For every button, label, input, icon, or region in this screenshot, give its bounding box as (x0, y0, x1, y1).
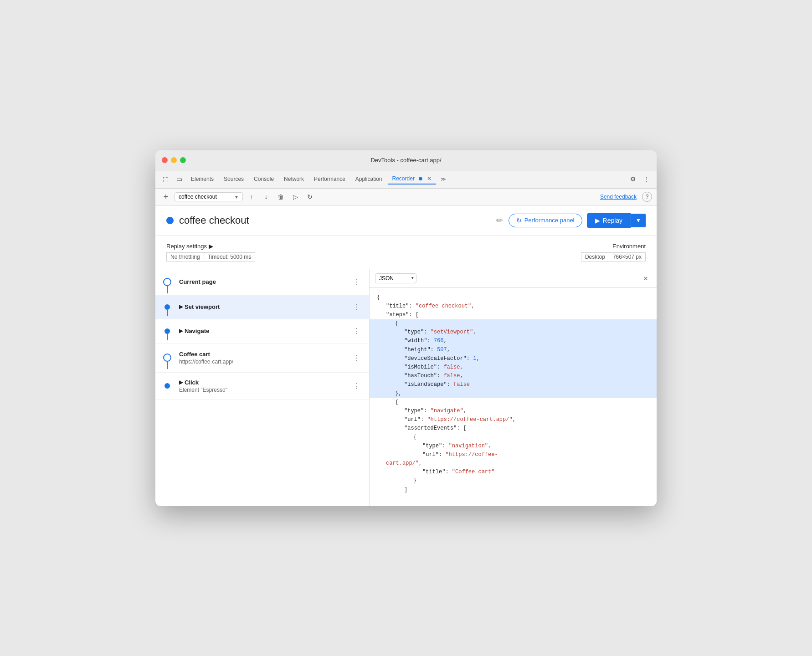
recording-status-dot (166, 217, 174, 224)
step-node-current-page (163, 278, 171, 286)
tab-application[interactable]: Application (351, 174, 387, 184)
chevron-down-icon: ▼ (234, 195, 239, 200)
tab-elements[interactable]: Elements (186, 174, 218, 184)
step-content-click: ▶ Click Element "Espresso" (179, 379, 351, 393)
delete-icon[interactable]: 🗑 (275, 191, 287, 203)
performance-icon: ↻ (516, 217, 522, 224)
step-title-current-page: Current page (179, 278, 351, 285)
settings-details: No throttling Timeout: 5000 ms (166, 252, 581, 261)
header-action-buttons: ↻ Performance panel ▶ Replay ▼ (509, 213, 646, 228)
resolution: 766×507 px (609, 252, 646, 261)
more-options-icon[interactable]: ⋮ (640, 173, 653, 185)
step-content-coffee-cart: Coffee cart https://coffee-cart.app/ (179, 351, 351, 365)
json-line-dsf: "deviceScaleFactor": 1, (377, 354, 649, 363)
step-content-set-viewport: ▶ Set viewport (179, 303, 351, 310)
replay-button[interactable]: ▶ Replay (587, 213, 631, 228)
replay-settings-title[interactable]: Replay settings ▶ (166, 243, 581, 250)
json-line-hastouch: "hasTouch": false, (377, 372, 649, 380)
send-feedback-link[interactable]: Send feedback (600, 194, 637, 200)
replay-settings: Replay settings ▶ No throttling Timeout:… (166, 243, 581, 261)
step-node-set-viewport (164, 304, 170, 310)
step-subtitle-coffee-cart: https://coffee-cart.app/ (179, 359, 351, 365)
recorder-icon: ⏺ (418, 175, 423, 182)
step-click-espresso[interactable]: ▶ Click Element "Espresso" ⋮ (155, 373, 369, 400)
step-navigate[interactable]: ▶ Navigate ⋮ (155, 319, 369, 343)
json-line-asserted: "assertedEvents": [ (377, 424, 649, 433)
format-selector-wrapper: JSON JavaScript (375, 273, 416, 283)
step-title-click: ▶ Click (179, 379, 351, 386)
export-icon[interactable]: ↑ (246, 191, 257, 203)
edit-icon[interactable]: ✏ (496, 215, 503, 226)
tab-recorder[interactable]: Recorder ⏺ ✕ (388, 174, 436, 184)
json-line-ev-url2: cart.app/", (377, 459, 649, 468)
more-tabs-icon[interactable]: ≫ (437, 173, 450, 185)
close-button[interactable] (162, 157, 168, 163)
tab-sources[interactable]: Sources (219, 174, 248, 184)
json-line-open-obj1: { (377, 319, 649, 328)
json-panel-header: JSON JavaScript ✕ (370, 269, 657, 288)
device-icon[interactable]: ▭ (173, 173, 185, 185)
expand-step-icon: ▶ (179, 304, 183, 310)
environment-title: Environment (581, 243, 646, 250)
format-selector[interactable]: JSON JavaScript (375, 273, 416, 283)
step-connector (167, 286, 168, 293)
json-line-height: "height": 507, (377, 346, 649, 354)
json-line-open-obj2: { (377, 398, 649, 407)
step-menu-navigate[interactable]: ⋮ (351, 326, 362, 337)
json-line-type-nav: "type": "navigate", (377, 407, 649, 415)
step-menu-set-viewport[interactable]: ⋮ (351, 302, 362, 313)
json-line-steps-key: "steps": [ (377, 311, 649, 319)
steps-panel: Current page ⋮ ▶ Set viewport ⋮ (155, 269, 370, 506)
json-line-width: "width": 766, (377, 337, 649, 345)
step-menu-click[interactable]: ⋮ (351, 380, 362, 391)
step-subtitle-click: Element "Espresso" (179, 387, 351, 393)
json-line-ev-title: "title": "Coffee cart" (377, 468, 649, 477)
json-line-ismobile: "isMobile": false, (377, 363, 649, 372)
tab-network[interactable]: Network (279, 174, 308, 184)
json-panel-close-button[interactable]: ✕ (640, 273, 651, 284)
settings-icon[interactable]: ⚙ (627, 173, 639, 185)
step-content-navigate: ▶ Navigate (179, 328, 351, 334)
json-line-close-arr: ] (377, 486, 649, 494)
device-type: Desktop (581, 252, 609, 261)
step-node-click (164, 383, 170, 389)
maximize-button[interactable] (180, 157, 186, 163)
step-coffee-cart[interactable]: Coffee cart https://coffee-cart.app/ ⋮ (155, 343, 369, 373)
tab-console[interactable]: Console (249, 174, 278, 184)
recording-selector[interactable]: coffee checkout ▼ (175, 192, 243, 201)
step-menu-coffee-cart[interactable]: ⋮ (351, 352, 362, 363)
step-menu-current-page[interactable]: ⋮ (351, 277, 362, 287)
window-title: DevTools - coffee-cart.app/ (370, 157, 441, 164)
expand-icon: ▶ (209, 243, 213, 250)
replay-dropdown-button[interactable]: ▼ (631, 214, 646, 227)
expand-navigate-icon: ▶ (179, 328, 183, 334)
step-set-viewport[interactable]: ▶ Set viewport ⋮ (155, 295, 369, 319)
json-line-ev-url: "url": "https://coffee- (377, 451, 649, 459)
step-title-navigate: ▶ Navigate (179, 328, 351, 334)
settings-area: Replay settings ▶ No throttling Timeout:… (155, 236, 657, 269)
tab-performance[interactable]: Performance (309, 174, 350, 184)
step-title-coffee-cart: Coffee cart (179, 351, 351, 358)
timeout-value: Timeout: 5000 ms (204, 252, 256, 261)
minimize-button[interactable] (171, 157, 177, 163)
refresh-icon[interactable]: ↻ (304, 191, 316, 203)
import-icon[interactable]: ↓ (260, 191, 272, 203)
json-line-type-sv: "type": "setViewport", (377, 328, 649, 337)
play-icon[interactable]: ▷ (289, 191, 301, 203)
json-panel: JSON JavaScript ✕ { "title": "coffee che… (370, 269, 657, 506)
step-connector-4 (167, 362, 168, 369)
play-triangle-icon: ▶ (595, 217, 600, 224)
devtools-window: DevTools - coffee-cart.app/ ⬚ ▭ Elements… (155, 150, 657, 506)
devtools-tab-bar: ⬚ ▭ Elements Sources Console Network Per… (155, 170, 657, 189)
throttling-value: No throttling (166, 252, 204, 261)
main-content: Current page ⋮ ▶ Set viewport ⋮ (155, 269, 657, 506)
json-line-islandscape: "isLandscape": false (377, 380, 649, 389)
close-tab-icon[interactable]: ✕ (427, 175, 432, 182)
add-recording-button[interactable]: + (160, 191, 172, 203)
recording-title: coffee checkout (179, 215, 491, 226)
help-button[interactable]: ? (642, 192, 652, 202)
json-line-close-ev: } (377, 477, 649, 485)
inspect-icon[interactable]: ⬚ (159, 173, 172, 185)
step-current-page[interactable]: Current page ⋮ (155, 269, 369, 295)
performance-panel-button[interactable]: ↻ Performance panel (509, 214, 582, 227)
